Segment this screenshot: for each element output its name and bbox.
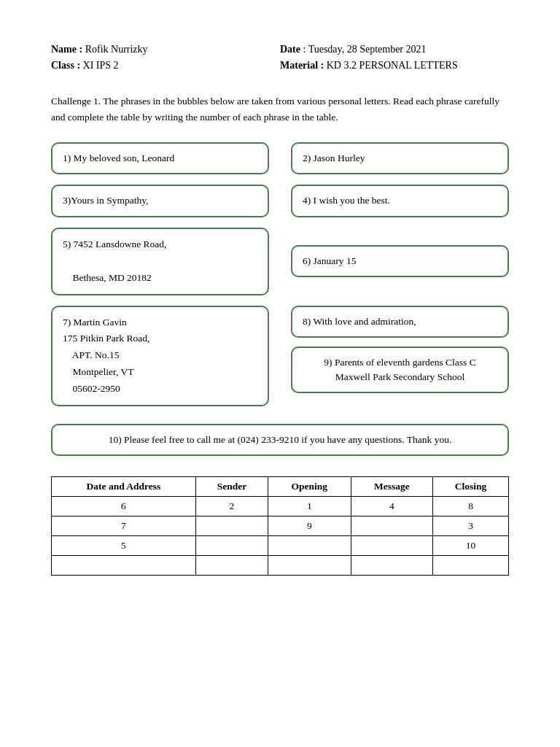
- table-row: [52, 556, 509, 576]
- bubble-8: 8) With love and admiration,: [291, 306, 509, 338]
- col-date-address: Date and Address: [52, 477, 196, 497]
- table-body: 6 2 1 4 8 7 9 3 5 10: [52, 497, 509, 576]
- table-section: Date and Address Sender Opening Message …: [51, 476, 509, 576]
- date-label: Date: [280, 44, 300, 55]
- class-field: Class : XI IPS 2: [51, 60, 280, 71]
- bubble-7: 7) Martin Gavin 175 Pitkin Park Road, AP…: [51, 306, 269, 407]
- table-row: 6 2 1 4 8: [52, 497, 509, 516]
- cell: 2: [195, 497, 268, 516]
- material-label: Material :: [280, 60, 324, 71]
- table-row: 5 10: [52, 536, 509, 556]
- cell: 1: [268, 497, 351, 516]
- bubble-6: 6) January 15: [291, 245, 509, 277]
- col-opening: Opening: [268, 477, 351, 497]
- challenge-text: Challenge 1. The phrases in the bubbles …: [51, 93, 509, 125]
- header-section: Name : Rofik Nurrizky Date : Tuesday, 28…: [51, 44, 509, 71]
- bubble-10: 10) Please feel free to call me at (024)…: [51, 424, 509, 456]
- cell: [52, 556, 196, 576]
- bubble-1: 1) My beloved son, Leonard: [51, 142, 269, 174]
- cell: 4: [351, 497, 432, 516]
- bubble-8-9-wrapper: 8) With love and admiration, 9) Parents …: [291, 306, 509, 407]
- col-closing: Closing: [433, 477, 509, 497]
- date-field: Date : Tuesday, 28 September 2021: [280, 44, 509, 55]
- cell: [195, 536, 268, 556]
- table-header-row: Date and Address Sender Opening Message …: [52, 477, 509, 497]
- cell: [351, 516, 432, 536]
- cell: 7: [52, 516, 196, 536]
- cell: 9: [268, 516, 351, 536]
- date-colon: :: [303, 44, 308, 55]
- table-row: 7 9 3: [52, 516, 509, 536]
- answer-table: Date and Address Sender Opening Message …: [51, 476, 509, 576]
- bubbles-grid: 1) My beloved son, Leonard 2) Jason Hurl…: [51, 142, 509, 406]
- cell: [433, 556, 509, 576]
- cell: [351, 556, 432, 576]
- cell: [195, 556, 268, 576]
- bubble-3: 3)Yours in Sympathy,: [51, 185, 269, 217]
- material-field: Material : KD 3.2 PERSONAL LETTERS: [280, 60, 509, 71]
- date-value: Tuesday, 28 September 2021: [308, 44, 427, 55]
- name-field: Name : Rofik Nurrizky: [51, 44, 280, 55]
- col-sender: Sender: [195, 477, 268, 497]
- bubble-2: 2) Jason Hurley: [291, 142, 509, 174]
- name-label: Name :: [51, 44, 82, 55]
- bubble-5: 5) 7452 Lansdowne Road, Bethesa, MD 2018…: [51, 228, 269, 295]
- class-label: Class :: [51, 60, 80, 71]
- bubble-4: 4) I wish you the best.: [291, 185, 509, 217]
- cell: [195, 516, 268, 536]
- cell: [268, 556, 351, 576]
- cell: 10: [433, 536, 509, 556]
- bubble-9: 9) Parents of eleventh gardens Class C M…: [291, 347, 509, 394]
- class-value: XI IPS 2: [83, 60, 119, 71]
- name-value: Rofik Nurrizky: [85, 44, 148, 55]
- material-value: KD 3.2 PERSONAL LETTERS: [327, 60, 458, 71]
- cell: [351, 536, 432, 556]
- cell: 8: [433, 497, 509, 516]
- cell: [268, 536, 351, 556]
- cell: 6: [52, 497, 196, 516]
- cell: 5: [52, 536, 196, 556]
- col-message: Message: [351, 477, 432, 497]
- cell: 3: [433, 516, 509, 536]
